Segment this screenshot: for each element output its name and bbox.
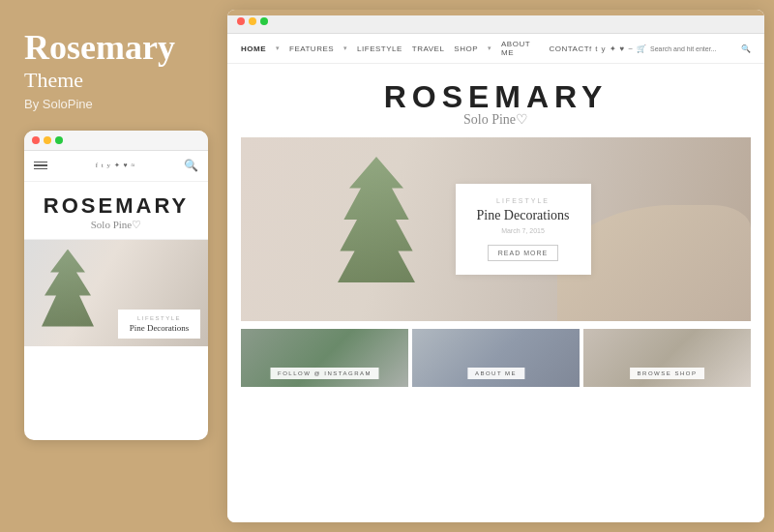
- hamburger-line: [34, 162, 47, 163]
- nav-home[interactable]: HOME: [241, 44, 266, 53]
- desktop-nav-links: HOME ▾ FEATURES ▾ LIFESTYLE TRAVEL SHOP …: [241, 40, 589, 57]
- theme-subtitle: Theme: [24, 68, 208, 93]
- nav-about[interactable]: ABOUT ME: [501, 40, 540, 57]
- nav-features[interactable]: FEATURES: [289, 44, 334, 53]
- thumb-shop[interactable]: BROWSE SHOP: [583, 329, 751, 387]
- dot-yellow: [249, 17, 256, 25]
- nav-arrow: ▾: [343, 44, 347, 52]
- desktop-search-area[interactable]: 🔍: [650, 44, 751, 53]
- featured-read-more-button[interactable]: READ MORE: [488, 245, 558, 261]
- mobile-social-icons: f t y ✦ ♥ ≈: [96, 162, 136, 169]
- nav-shop[interactable]: SHOP: [454, 44, 478, 53]
- social-icon-rss: ~: [628, 44, 633, 53]
- mobile-featured-image: LIFESTYLE Pine Decorations: [24, 240, 208, 346]
- left-panel: Rosemary Theme By SoloPine f t y ✦ ♥ ≈ 🔍…: [0, 0, 227, 532]
- mobile-logo-script: Solo Pine♡: [34, 219, 198, 231]
- theme-author: By SoloPine: [24, 97, 208, 111]
- dot-green: [260, 17, 268, 25]
- accent-bar: [227, 10, 764, 15]
- desktop-nav: HOME ▾ FEATURES ▾ LIFESTYLE TRAVEL SHOP …: [227, 34, 764, 64]
- mobile-search-icon[interactable]: 🔍: [184, 159, 198, 173]
- featured-card-title: Pine Decorations: [473, 208, 574, 223]
- dot-green: [55, 136, 63, 144]
- social-icon-t: t: [595, 44, 597, 53]
- desktop-logo-area: ROSEMARY Solo Pine♡: [227, 64, 764, 137]
- mobile-nav: f t y ✦ ♥ ≈ 🔍: [24, 151, 208, 182]
- thumb-about[interactable]: ABOUT ME: [412, 329, 580, 387]
- nav-lifestyle[interactable]: LIFESTYLE: [357, 44, 402, 53]
- featured-card-date: March 7, 2015: [473, 227, 574, 234]
- desktop-nav-icons: f t y ✦ ♥ ~ 🛒 🔍: [589, 44, 751, 53]
- dot-yellow: [44, 136, 51, 144]
- nav-arrow: ▾: [488, 44, 491, 52]
- cart-icon[interactable]: 🛒: [637, 44, 646, 53]
- mobile-card-overlay: LIFESTYLE Pine Decorations: [118, 310, 200, 339]
- thumb-shop-label: BROWSE SHOP: [630, 368, 705, 379]
- dot-red: [237, 17, 245, 25]
- mobile-browser-bar: [24, 131, 208, 151]
- mobile-card-title: Pine Decorations: [126, 323, 193, 333]
- social-icon-p: ✦: [610, 44, 616, 53]
- desktop-content: HOME ▾ FEATURES ▾ LIFESTYLE TRAVEL SHOP …: [227, 34, 764, 522]
- bottom-thumbnails: FOLLOW @ INSTAGRAM ABOUT ME BROWSE SHOP: [241, 329, 751, 387]
- desktop-logo-script: Solo Pine♡: [227, 111, 764, 128]
- social-icon-f: f: [589, 44, 591, 53]
- mobile-card-category: LIFESTYLE: [126, 315, 193, 321]
- thumb-instagram[interactable]: FOLLOW @ INSTAGRAM: [241, 329, 408, 387]
- featured-card: LIFESTYLE Pine Decorations March 7, 2015…: [456, 184, 591, 275]
- nav-arrow: ▾: [276, 44, 280, 52]
- social-icon-y: y: [602, 44, 606, 53]
- desktop-logo-main: ROSEMARY: [227, 79, 764, 115]
- mobile-logo-area: ROSEMARY Solo Pine♡: [24, 182, 208, 240]
- hamburger-line: [34, 168, 47, 170]
- featured-card-category: LIFESTYLE: [473, 197, 574, 204]
- social-icon-heart: ♥: [620, 44, 625, 53]
- hamburger-menu[interactable]: [34, 162, 47, 170]
- desktop-preview: HOME ▾ FEATURES ▾ LIFESTYLE TRAVEL SHOP …: [227, 10, 764, 522]
- featured-section: LIFESTYLE Pine Decorations March 7, 2015…: [241, 137, 751, 321]
- hamburger-line: [34, 164, 47, 166]
- nav-contact[interactable]: CONTACT: [550, 44, 590, 53]
- desktop-search-input[interactable]: [650, 45, 737, 52]
- thumb-instagram-label: FOLLOW @ INSTAGRAM: [270, 368, 379, 379]
- thumb-about-label: ABOUT ME: [467, 368, 524, 379]
- mobile-logo-text: ROSEMARY: [34, 193, 198, 219]
- nav-travel[interactable]: TRAVEL: [412, 44, 445, 53]
- search-icon[interactable]: 🔍: [741, 44, 751, 53]
- theme-title: Rosemary: [24, 29, 208, 68]
- theme-title-block: Rosemary Theme By SoloPine: [24, 29, 208, 131]
- mobile-preview: f t y ✦ ♥ ≈ 🔍 ROSEMARY Solo Pine♡ LIFEST…: [24, 131, 208, 440]
- dot-red: [32, 136, 40, 144]
